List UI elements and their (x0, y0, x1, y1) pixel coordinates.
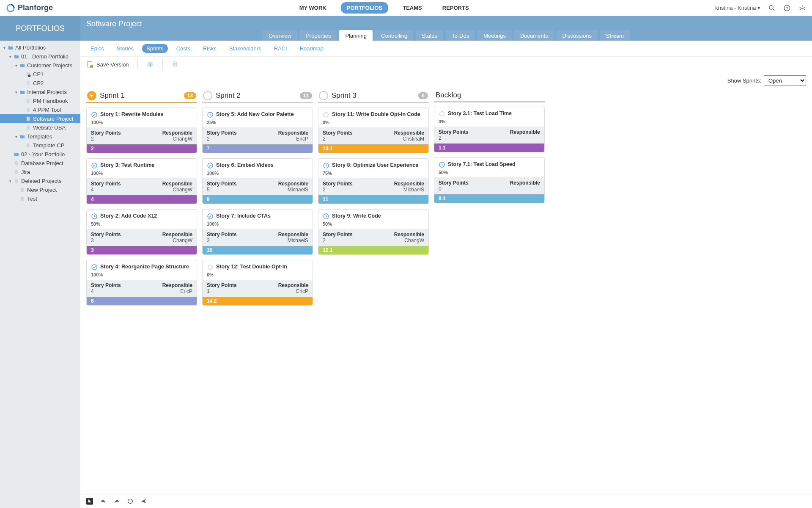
logo[interactable]: Planforge (6, 3, 53, 13)
subtab-sprints[interactable]: Sprints (142, 44, 167, 53)
tab-discussions[interactable]: Discussions (557, 30, 598, 41)
settings-icon[interactable] (798, 4, 806, 12)
subtab-roadmap[interactable]: Roadmap (296, 44, 328, 53)
tab-to-dos[interactable]: To-Dos (446, 30, 475, 41)
sprint-board: Sprint 113Story 1: Rewrite Modules100%St… (80, 89, 812, 494)
user-menu[interactable]: kristina - Kristina ▾ (715, 5, 760, 11)
story-card[interactable]: Story 5: Add New Color Palette25%Story P… (202, 108, 313, 153)
tree-item[interactable]: ▾Customer Projects (0, 61, 80, 70)
story-card[interactable]: Story 1: Rewrite Modules100%Story Points… (86, 108, 197, 153)
story-card[interactable]: Story 3.1: Test Load Time0%Story Points2… (434, 107, 545, 152)
subtab-stories[interactable]: Stories (112, 44, 138, 53)
svg-point-45 (208, 265, 213, 270)
tree-item[interactable]: ▾All Portfolios (0, 43, 80, 52)
svg-rect-24 (14, 152, 16, 153)
sprint-column: Sprint 113Story 1: Rewrite Modules100%St… (86, 89, 197, 491)
tab-properties[interactable]: Properties (300, 30, 337, 41)
search-icon[interactable] (768, 4, 776, 12)
filter-label: Show Sprints: (727, 77, 761, 84)
progress-icon (439, 161, 445, 168)
column-header[interactable]: Sprint 113 (86, 89, 197, 103)
tree-item[interactable]: 4 PPM Tool (0, 105, 80, 114)
main-tabs: OverviewPropertiesPlanningControllingSta… (80, 28, 812, 41)
topnav-my-work[interactable]: MY WORK (294, 2, 332, 14)
story-card[interactable]: Story 12: Test Double Opt-In0%Story Poin… (202, 260, 313, 306)
svg-rect-19 (27, 125, 30, 129)
tree-item[interactable]: Database Project (0, 159, 80, 168)
tree-item[interactable]: ▾Deleted Projects (0, 177, 80, 185)
tree-item[interactable]: ▾Templates (0, 132, 80, 141)
subtab-costs[interactable]: Costs (172, 44, 195, 53)
story-card[interactable]: Story 6: Embed Videos100%Story Points5Re… (202, 158, 313, 204)
story-card[interactable]: Story 4: Reorganize Page Structure100%St… (86, 260, 197, 306)
story-card[interactable]: Story 11: Write Double Opt-In Code0%Stor… (318, 108, 429, 153)
topnav-teams[interactable]: TEAMS (397, 2, 428, 14)
sprint-status-icon (203, 91, 212, 100)
done-icon (207, 213, 214, 220)
svg-rect-6 (8, 46, 11, 47)
undo-icon[interactable] (100, 498, 107, 505)
topnav-reports[interactable]: REPORTS (436, 2, 475, 14)
tree-item[interactable]: ▾Internal Projects (0, 88, 80, 97)
subtab-raci[interactable]: RACI (270, 44, 291, 53)
sidebar: ▾All Portfolios▾01 - Demo Portfolio▾Cust… (0, 41, 80, 508)
todo-icon (323, 111, 329, 118)
tree-item[interactable]: PM Handbook (0, 97, 80, 105)
tree-item[interactable]: CP2 (0, 79, 80, 88)
send-icon[interactable] (140, 498, 147, 505)
column-header[interactable]: Sprint 211 (202, 89, 313, 103)
save-version-button[interactable]: + Save Version (86, 61, 129, 68)
story-card[interactable]: Story 7.1: Test Load Speed50%Story Point… (434, 157, 545, 203)
tree-item[interactable]: Test (0, 194, 80, 203)
pointer-icon[interactable] (86, 498, 93, 505)
show-sprints-select[interactable]: Open (764, 75, 806, 86)
column-header[interactable]: Backlog (434, 89, 545, 102)
progress-icon (323, 213, 329, 220)
tree-item[interactable]: ▾01 - Demo Portfolio (0, 52, 80, 61)
tab-meetings[interactable]: Meetings (477, 30, 512, 41)
column-header[interactable]: Sprint 36 (318, 89, 429, 103)
tab-status[interactable]: Status (416, 30, 443, 41)
info-icon[interactable]: i (146, 61, 154, 68)
sprint-column: Sprint 36Story 11: Write Double Opt-In C… (318, 89, 429, 491)
story-card[interactable]: Story 9: Write Code50%Story Points2Respo… (318, 209, 429, 255)
tree-item[interactable]: Website USA (0, 123, 80, 132)
subtab-risks[interactable]: Risks (199, 44, 221, 53)
page-title: Software Project (80, 16, 812, 28)
svg-line-2 (773, 9, 774, 11)
topnav-portfolios[interactable]: PORTFOLIOS (341, 2, 389, 14)
redo-icon[interactable] (113, 498, 120, 505)
print-icon[interactable] (171, 61, 179, 68)
sprint-status-icon (87, 91, 96, 100)
tree-item[interactable]: CP1 (0, 70, 80, 79)
tab-controlling[interactable]: Controlling (375, 30, 413, 41)
tab-overview[interactable]: Overview (263, 30, 297, 41)
tree-item[interactable]: Software Project (0, 114, 80, 123)
tree-item[interactable]: 02 - Your Portfolio (0, 150, 80, 159)
subheader: PORTFOLIOS Software Project OverviewProp… (0, 16, 812, 41)
help-icon[interactable]: ? (783, 4, 791, 12)
subtab-epics[interactable]: Epics (86, 44, 108, 53)
sprint-status-icon (319, 91, 328, 100)
svg-rect-25 (15, 161, 18, 165)
tree-item[interactable]: Template CP (0, 141, 80, 150)
refresh-icon[interactable] (127, 498, 134, 505)
section-title: PORTFOLIOS (0, 16, 80, 41)
story-card[interactable]: Story 3: Test Runtime100%Story Points4Re… (86, 158, 197, 204)
topbar: Planforge MY WORKPORTFOLIOSTEAMSREPORTS … (0, 0, 812, 16)
svg-rect-15 (20, 90, 22, 91)
tab-planning[interactable]: Planning (339, 30, 373, 41)
subtab-stakeholders[interactable]: Stakeholders (225, 44, 266, 53)
story-card[interactable]: Story 2: Add Code X1250%Story Points3Res… (86, 209, 197, 255)
tab-documents[interactable]: Documents (514, 30, 554, 41)
count-badge: 13 (184, 92, 196, 99)
svg-rect-16 (27, 99, 30, 102)
tree-item[interactable]: New Project (0, 185, 80, 194)
progress-icon (323, 162, 329, 169)
tab-stream[interactable]: Stream (600, 30, 630, 41)
tree-item[interactable]: Jira (0, 168, 80, 177)
story-card[interactable]: Story 7: Include CTAs100%Story Points3Re… (202, 209, 313, 255)
svg-rect-27 (15, 179, 18, 179)
progress-icon (91, 213, 98, 220)
story-card[interactable]: Story 8: Optimize User Experience75%Stor… (318, 158, 429, 204)
